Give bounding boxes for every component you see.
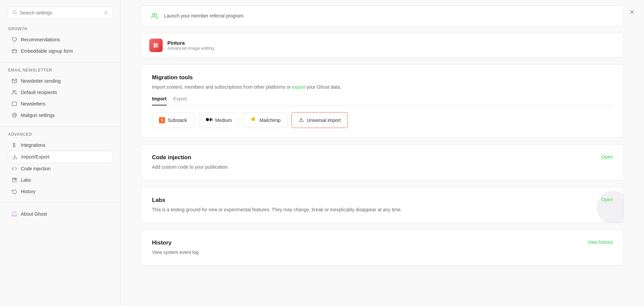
labs-open-link[interactable]: Open — [601, 197, 613, 202]
code-injection-open-link[interactable]: Open — [601, 154, 613, 160]
mailchimp-icon — [250, 116, 257, 124]
search-shortcut: / — [104, 10, 108, 15]
search-icon — [12, 10, 17, 15]
sidebar-section-advanced: Advanced Integrations — [0, 126, 120, 203]
search-input[interactable] — [20, 10, 101, 15]
svg-point-16 — [212, 118, 212, 121]
mailchimp-button[interactable]: Mailchimp — [243, 112, 287, 128]
svg-point-13 — [153, 13, 155, 16]
code-injection-title: Code injection — [152, 154, 191, 161]
history-description: View system event log — [152, 249, 613, 256]
history-title: History — [152, 239, 172, 246]
tab-export[interactable]: Export — [173, 96, 187, 105]
svg-point-7 — [13, 145, 14, 146]
pintura-logo — [149, 39, 163, 52]
sidebar-section-email: Email newsletter Newsletter sending Defa… — [0, 62, 120, 126]
labs-title: Labs — [152, 197, 165, 204]
sidebar-item-import-export[interactable]: Import/Export — [8, 151, 112, 163]
sidebar-item-mailgun-settings[interactable]: Mailgun settings — [8, 110, 112, 121]
sidebar-item-label: Newsletter sending — [21, 78, 61, 84]
sidebar-item-label: Mailgun settings — [21, 113, 55, 118]
sidebar-item-about-ghost[interactable]: About Ghost — [8, 208, 112, 220]
envelope-icon — [11, 101, 17, 107]
sidebar-item-label: Default recipients — [21, 90, 57, 95]
section-label-email: Email newsletter — [8, 68, 112, 73]
svg-point-5 — [13, 114, 15, 116]
sidebar-item-code-injection[interactable]: Code injection — [8, 163, 112, 174]
download-icon — [12, 154, 18, 160]
migration-title: Migration tools — [152, 74, 613, 81]
substack-icon: S — [159, 117, 165, 123]
sidebar-item-label: Recommendations — [21, 37, 60, 42]
tab-import[interactable]: Import — [152, 96, 167, 105]
search-bar[interactable]: / — [8, 7, 112, 18]
labs-header: Labs Open — [152, 197, 613, 204]
sidebar-item-newsletters[interactable]: Newsletters — [8, 98, 112, 110]
migration-tabs: Import Export — [152, 96, 613, 105]
sidebar-item-embeddable-signup[interactable]: Embeddable signup form — [8, 45, 112, 57]
pintura-subtitle: Advanced image editing — [167, 46, 214, 51]
svg-point-8 — [13, 146, 14, 147]
code-injection-description: Add custom code to your publication. — [152, 164, 613, 171]
ghost-icon — [11, 211, 17, 217]
code-icon — [11, 166, 17, 172]
labs-card: Labs Open This is a testing ground for n… — [141, 187, 624, 223]
svg-rect-2 — [12, 49, 16, 52]
sidebar-item-integrations[interactable]: Integrations — [8, 139, 112, 151]
sidebar-item-label: Labs — [21, 177, 31, 183]
migration-card: Migration tools Import content, members … — [141, 64, 624, 138]
referral-text: Launch your member referral program — [164, 13, 244, 18]
universal-import-icon — [299, 117, 304, 123]
import-buttons: S Substack Medium — [152, 112, 613, 128]
sidebar-item-label: Import/Export — [21, 154, 49, 160]
svg-point-15 — [210, 118, 211, 121]
referral-icon — [149, 10, 160, 21]
mailgun-icon — [11, 112, 17, 118]
svg-line-1 — [16, 13, 17, 14]
recipients-icon — [11, 89, 17, 95]
sidebar-item-label: About Ghost — [21, 211, 47, 217]
sidebar-section-about: About Ghost — [0, 203, 120, 225]
medium-label: Medium — [215, 118, 232, 123]
medium-icon — [205, 116, 213, 124]
close-button[interactable]: ✕ — [627, 7, 637, 17]
svg-point-18 — [252, 119, 253, 119]
pintura-name: Pintura — [167, 40, 214, 46]
sidebar-item-recommendations[interactable]: Recommendations — [8, 34, 112, 45]
svg-point-14 — [206, 118, 209, 121]
newsletter-icon — [11, 78, 17, 84]
substack-button[interactable]: S Substack — [152, 112, 194, 128]
section-label-growth: Growth — [8, 27, 112, 31]
sidebar-item-label: History — [21, 189, 36, 194]
section-label-advanced: Advanced — [8, 132, 112, 137]
main-content: Launch your member referral program Pint… — [121, 0, 644, 306]
svg-point-19 — [254, 119, 255, 119]
medium-button[interactable]: Medium — [198, 112, 239, 128]
history-view-link[interactable]: View history — [588, 239, 613, 245]
substack-label: Substack — [168, 118, 187, 123]
settings-sidebar: / Growth Recommendations Embeddable sign… — [0, 0, 121, 306]
sidebar-item-default-recipients[interactable]: Default recipients — [8, 87, 112, 98]
history-header: History View history — [152, 239, 613, 246]
referral-card: Launch your member referral program — [141, 5, 624, 26]
sidebar-item-label: Newsletters — [21, 101, 45, 106]
sidebar-item-label: Integrations — [21, 142, 45, 148]
pintura-info: Pintura Advanced image editing — [167, 40, 214, 51]
svg-point-0 — [13, 10, 16, 13]
history-icon — [11, 188, 17, 194]
sidebar-item-label: Code injection — [21, 166, 51, 171]
universal-import-label: Universal import — [307, 118, 340, 123]
code-injection-header: Code injection Open — [152, 154, 613, 161]
sidebar-item-history[interactable]: History — [8, 186, 112, 197]
sidebar-item-labs[interactable]: Labs — [8, 174, 112, 186]
svg-point-4 — [13, 90, 14, 92]
integrations-icon — [11, 142, 17, 148]
sidebar-section-growth: Growth Recommendations Embeddable signup… — [0, 27, 120, 62]
migration-description: Import content, members and subscription… — [152, 84, 613, 91]
labs-icon — [11, 177, 17, 183]
sidebar-item-label: Embeddable signup form — [21, 48, 73, 54]
sidebar-item-newsletter-sending[interactable]: Newsletter sending — [8, 75, 112, 87]
pintura-card: Pintura Advanced image editing — [141, 33, 624, 58]
heart-icon — [11, 37, 17, 43]
universal-import-button[interactable]: Universal import — [291, 112, 347, 128]
